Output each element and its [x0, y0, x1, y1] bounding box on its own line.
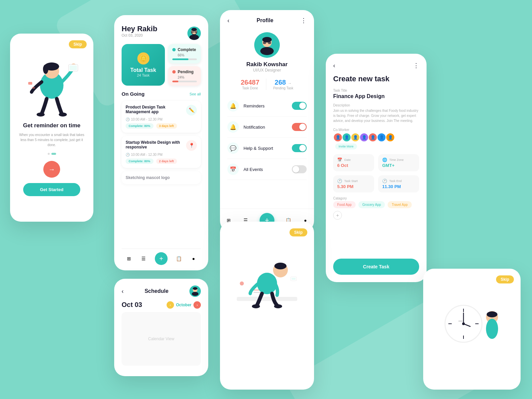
create-task-button[interactable]: Create Task — [333, 259, 419, 275]
more-button[interactable]: ⋮ — [301, 17, 307, 24]
events-label: All Events — [243, 167, 263, 172]
task-stats: Complete 66% Pending 24% — [168, 44, 201, 86]
create-back-button[interactable]: ‹ — [333, 62, 335, 69]
svg-point-38 — [274, 304, 282, 308]
menu-reminders-left: 🔔 Reminders — [227, 100, 265, 112]
profile-avatar — [254, 32, 280, 58]
end-value: 11.30 PM — [382, 184, 415, 189]
description-label: Description — [333, 103, 419, 107]
task-1-header: Product Design Task Management app ✏️ — [126, 105, 197, 116]
task-item-2[interactable]: Startup Website Design with responsive 📍… — [122, 136, 201, 168]
task-end-field[interactable]: 🕐 Task End 11.30 PM — [378, 175, 419, 192]
nav-list[interactable]: ☰ — [140, 255, 147, 262]
svg-rect-25 — [265, 42, 269, 43]
events-toggle[interactable] — [292, 165, 307, 173]
nav-add[interactable]: + — [155, 252, 168, 265]
notification-toggle[interactable] — [292, 123, 307, 131]
invite-more-button[interactable]: Invite More — [335, 143, 357, 149]
create-more-button[interactable]: ⋮ — [413, 62, 419, 69]
greeting: Hey Rakib — [122, 25, 157, 33]
nav-tasks[interactable]: 📋 — [176, 255, 182, 262]
task-1-title: Product Design Task Management app — [126, 105, 186, 114]
last-card: Skip — [423, 269, 521, 390]
date-icon-label: 📅 Date — [337, 158, 370, 162]
task-2-time: 🕐 10:00 AM - 12.30 PM — [126, 153, 197, 157]
create-header: ‹ ⋮ — [333, 62, 419, 69]
help-toggle[interactable] — [292, 144, 307, 152]
complete-badge-2: Complete: 80% — [126, 159, 153, 164]
create-page-title: Create new task — [333, 75, 419, 83]
menu-reminders[interactable]: 🔔 Reminders — [227, 95, 307, 117]
pending-header: Pending — [172, 70, 197, 74]
add-category-button[interactable]: + — [333, 211, 342, 220]
date-field[interactable]: 📅 Date 6 Oct — [333, 154, 374, 171]
complete-pct: 66% — [178, 53, 197, 57]
notification-icon: 🔔 — [227, 121, 239, 133]
category-tags: Food App Grocery App Travel App + — [333, 201, 419, 220]
nav-home[interactable]: ⊞ — [126, 255, 132, 262]
get-started-button[interactable]: Get Started — [23, 183, 80, 196]
schedule-date: Oct 03 — [122, 301, 142, 309]
cat-grocery[interactable]: Grocery App — [358, 201, 385, 208]
see-all-link[interactable]: See all — [189, 92, 201, 96]
bottom-navigation: ⊞ ☰ + 📋 ● — [122, 249, 201, 265]
reminders-toggle[interactable] — [292, 102, 307, 110]
svg-point-5 — [37, 113, 45, 117]
complete-dot — [172, 48, 176, 51]
total-task-count: 24 Task — [137, 73, 150, 77]
start-icon-label: 🕐 Task Start — [337, 179, 370, 183]
clock-illustration — [438, 290, 505, 352]
task-item-1[interactable]: Product Design Task Management app ✏️ 🕐 … — [122, 101, 201, 133]
schedule-date-row: Oct 03 ‹ October › — [122, 301, 201, 309]
svg-rect-15 — [192, 28, 196, 31]
complete-header: Complete — [172, 47, 197, 52]
svg-rect-22 — [263, 38, 271, 42]
task-item-3[interactable]: Sketching mascot logo — [122, 171, 201, 184]
date-value: 6 Oct — [337, 163, 370, 168]
skip-button[interactable]: Skip — [69, 40, 87, 48]
svg-point-3 — [43, 64, 48, 74]
menu-events[interactable]: 📅 All Events — [227, 159, 307, 180]
pending-pct: 24% — [178, 76, 197, 79]
end-icon: 🕐 — [382, 179, 387, 183]
task-done-label: Task Done — [241, 86, 260, 90]
cat-travel[interactable]: Travel App — [388, 201, 411, 208]
month-next-button[interactable]: › — [193, 301, 201, 309]
cat-food[interactable]: Food App — [333, 201, 356, 208]
menu-help-left: 💬 Help & Support — [227, 142, 273, 154]
menu-help[interactable]: 💬 Help & Support — [227, 138, 307, 159]
header-left: Hey Rakib Oct 03, 2020 — [122, 25, 157, 42]
task-2-title: Startup Website Design with responsive — [126, 140, 186, 149]
onboarding-card: Skip — [10, 34, 93, 222]
start-icon: 🕐 — [337, 179, 342, 183]
description-value: Join us in solving the challenges that F… — [333, 108, 419, 123]
start-label: Task Start — [344, 179, 358, 183]
profile-header: ‹ Profile ⋮ — [220, 10, 314, 29]
start-value: 5.30 PM — [337, 184, 370, 189]
task-2-header: Startup Website Design with responsive 📍 — [126, 140, 197, 151]
skip-button-2[interactable]: Skip — [290, 228, 307, 236]
month-badge: ‹ October › — [167, 301, 201, 309]
tz-label: Time Zone — [389, 158, 404, 162]
onboarding-title: Get reminder on time — [23, 122, 81, 129]
svg-rect-30 — [237, 297, 297, 301]
tz-value: GMT+ — [382, 163, 415, 168]
user-avatar[interactable] — [187, 27, 201, 40]
timezone-field[interactable]: 🌐 Time Zone GMT+ — [378, 154, 419, 171]
svg-rect-10 — [32, 87, 35, 89]
profile-menu: 🔔 Reminders 🔔 Notification 💬 Help & Supp… — [220, 95, 314, 209]
pending-progress-fill — [172, 81, 178, 82]
pending-stat-profile: 268 → Pending Task — [273, 79, 293, 90]
task-summary: 🪙 Total Task 24 Task Complete 66% Pendin… — [122, 44, 201, 86]
coworkers-list: 👤 👤 👤 👤 👤 👤 👤 Invite More — [333, 133, 419, 149]
task-start-field[interactable]: 🕐 Task Start 5.30 PM — [333, 175, 374, 192]
menu-notification[interactable]: 🔔 Notification — [227, 117, 307, 138]
skip-button-3[interactable]: Skip — [496, 275, 514, 283]
month-prev-button[interactable]: ‹ — [167, 301, 174, 309]
create-task-card: ‹ ⋮ Create new task Task Title Finance A… — [326, 54, 427, 282]
nav-dot[interactable]: ● — [190, 255, 197, 262]
svg-point-39 — [240, 281, 244, 285]
date-label: Date — [344, 158, 351, 162]
pending-stat: Pending 24% — [168, 66, 201, 86]
next-button[interactable]: → — [43, 161, 60, 178]
